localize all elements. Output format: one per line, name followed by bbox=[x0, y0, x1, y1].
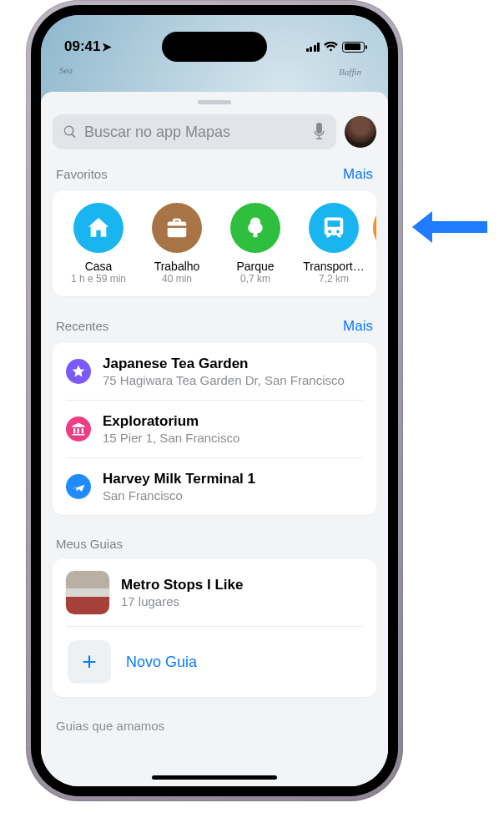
microphone-icon[interactable] bbox=[312, 123, 326, 141]
favorites-scroller[interactable]: Casa 1 h e 59 min Trabalho 40 min bbox=[53, 191, 376, 296]
my-guides-title: Meus Guias bbox=[56, 537, 123, 551]
search-sheet[interactable]: Buscar no app Mapas Favoritos Mais bbox=[41, 92, 388, 786]
battery-icon bbox=[342, 42, 365, 53]
favorite-label: Casa bbox=[61, 260, 136, 273]
favorite-label: Parque bbox=[218, 260, 293, 273]
search-icon bbox=[63, 124, 78, 139]
favorite-work[interactable]: Trabalho 40 min bbox=[138, 203, 216, 285]
favorite-sub: 0,7 km bbox=[218, 273, 293, 285]
iphone-frame: Sea Baffin 09:41 ➤ bbox=[26, 0, 403, 801]
pin-icon bbox=[373, 203, 376, 253]
new-guide-label: Novo Guia bbox=[126, 654, 197, 671]
tree-icon bbox=[230, 203, 280, 253]
map-label-baffin: Baffin bbox=[339, 67, 361, 77]
wifi-icon bbox=[324, 42, 338, 52]
recent-subtitle: 15 Pier 1, San Francisco bbox=[103, 431, 239, 447]
favorite-sub: 40 min bbox=[139, 273, 214, 285]
search-placeholder: Buscar no app Mapas bbox=[84, 124, 305, 141]
recent-row[interactable]: Japanese Tea Garden 75 Hagiwara Tea Gard… bbox=[66, 343, 363, 401]
favorite-transit[interactable]: Transport… 7,2 km bbox=[295, 203, 373, 285]
status-time: 09:41 bbox=[64, 38, 100, 55]
recent-subtitle: San Francisco bbox=[103, 488, 255, 504]
plus-icon: + bbox=[68, 640, 111, 684]
cellular-icon bbox=[306, 42, 320, 52]
favorite-home[interactable]: Casa 1 h e 59 min bbox=[59, 203, 138, 285]
star-icon bbox=[66, 359, 91, 384]
recent-title: Harvey Milk Terminal 1 bbox=[103, 470, 255, 487]
dynamic-island bbox=[162, 32, 267, 62]
sheet-grabber[interactable] bbox=[198, 100, 231, 104]
favorite-sub: 3, bbox=[375, 273, 376, 285]
search-field[interactable]: Buscar no app Mapas bbox=[53, 114, 336, 149]
recent-title: Japanese Tea Garden bbox=[103, 355, 345, 372]
guide-title: Metro Stops I Like bbox=[121, 576, 243, 593]
favorites-more-link[interactable]: Mais bbox=[343, 166, 373, 183]
favorite-park[interactable]: Parque 0,7 km bbox=[216, 203, 295, 285]
account-avatar[interactable] bbox=[345, 116, 376, 148]
location-indicator-icon: ➤ bbox=[102, 40, 112, 53]
favorite-sub: 1 h e 59 min bbox=[61, 273, 136, 285]
guide-row[interactable]: Metro Stops I Like 17 lugares bbox=[66, 559, 363, 627]
home-icon bbox=[73, 203, 123, 253]
transit-icon bbox=[309, 203, 359, 253]
plane-icon bbox=[66, 474, 91, 499]
briefcase-icon bbox=[152, 203, 202, 253]
guide-thumbnail bbox=[66, 571, 109, 614]
home-indicator[interactable] bbox=[152, 775, 277, 780]
recent-row[interactable]: Exploratorium 15 Pier 1, San Francisco bbox=[66, 401, 363, 458]
favorite-sub: 7,2 km bbox=[296, 273, 371, 285]
recent-subtitle: 75 Hagiwara Tea Garden Dr, San Francisco bbox=[103, 373, 345, 389]
guide-subtitle: 17 lugares bbox=[121, 594, 243, 610]
favorites-title: Favoritos bbox=[56, 167, 108, 181]
favorite-partial[interactable]: Cha 3, bbox=[373, 203, 376, 285]
recents-more-link[interactable]: Mais bbox=[343, 318, 373, 335]
favorite-label: Trabalho bbox=[139, 260, 214, 273]
guides-we-love-title: Guias que amamos bbox=[53, 714, 376, 733]
annotation-arrow-icon bbox=[409, 206, 487, 248]
map-label-sea: Sea bbox=[59, 65, 73, 75]
favorite-label: Cha bbox=[375, 260, 376, 273]
recent-title: Exploratorium bbox=[103, 412, 239, 430]
recents-title: Recentes bbox=[56, 319, 108, 333]
screen: Sea Baffin 09:41 ➤ bbox=[41, 15, 388, 786]
recent-row[interactable]: Harvey Milk Terminal 1 San Francisco bbox=[66, 458, 363, 515]
favorite-label: Transport… bbox=[296, 260, 371, 273]
museum-icon bbox=[66, 416, 91, 442]
new-guide-button[interactable]: + Novo Guia bbox=[66, 627, 363, 697]
